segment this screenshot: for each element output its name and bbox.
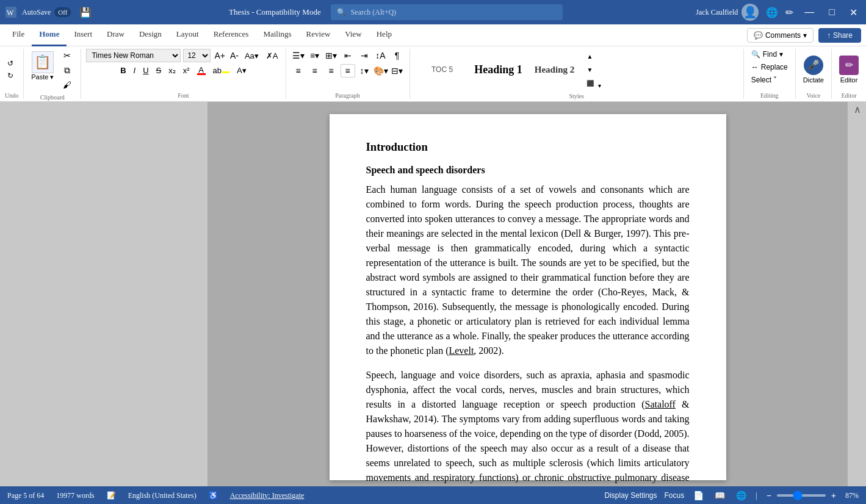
highlight-button[interactable]: ab — [211, 65, 232, 76]
close-button[interactable]: ✕ — [846, 7, 861, 18]
accessibility-label[interactable]: Accessibility: Investigate — [230, 491, 305, 500]
change-case-button[interactable]: Aa▾ — [242, 50, 261, 62]
restore-button[interactable]: □ — [825, 7, 839, 18]
sort-button[interactable]: ↕A — [373, 49, 388, 62]
tab-review[interactable]: Review — [299, 24, 338, 46]
line-spacing-button[interactable]: ↕▾ — [357, 64, 372, 77]
font-size-select[interactable]: 12 — [183, 49, 211, 62]
levelt-ref: Levelt — [449, 345, 474, 356]
tab-view[interactable]: View — [337, 24, 369, 46]
font-name-select[interactable]: Times New Roman — [86, 49, 181, 62]
zoom-slider[interactable] — [777, 494, 826, 497]
font-row1: Times New Roman 12 A+ A- Aa▾ ✗A — [86, 49, 280, 62]
copy-button[interactable]: ⧉ — [59, 63, 76, 77]
editor-group-label: Editor — [837, 90, 861, 99]
font-color-button[interactable]: A — [195, 64, 208, 76]
web-layout-button[interactable]: 🌐 — [734, 491, 748, 500]
find-chevron: ▾ — [779, 50, 783, 59]
superscript-button[interactable]: x² — [181, 65, 192, 76]
styles-scroll-down[interactable]: ▼ — [585, 63, 596, 76]
autosave-toggle[interactable]: Off — [54, 7, 71, 17]
share-button[interactable]: ↑ Share — [818, 28, 861, 43]
tab-insert[interactable]: Insert — [67, 24, 99, 46]
paste-button[interactable]: 📋 Paste ▾ — [29, 49, 56, 84]
align-right-button[interactable]: ≡ — [324, 64, 339, 77]
tab-mailings[interactable]: Mailings — [256, 24, 298, 46]
clear-format-button[interactable]: ✗A — [264, 50, 281, 62]
font-row2: B I U S x₂ x² A ab A▾ — [118, 64, 249, 76]
tab-file[interactable]: File — [5, 24, 32, 46]
multilevel-button[interactable]: ⊞▾ — [324, 49, 339, 62]
select-button[interactable]: Select ˅ — [749, 74, 790, 85]
tab-draw[interactable]: Draw — [99, 24, 132, 46]
focus-button[interactable]: Focus — [665, 491, 685, 500]
style-heading2[interactable]: Heading 2 — [527, 49, 582, 90]
page-container[interactable]: Introduction Speech and speech disorders… — [207, 102, 848, 486]
show-marks-button[interactable]: ¶ — [390, 49, 405, 62]
zoom-out-button[interactable]: − — [765, 491, 773, 500]
cut-button[interactable]: ✂ — [59, 49, 76, 62]
document-area: Introduction Speech and speech disorders… — [0, 102, 866, 486]
align-left-button[interactable]: ≡ — [291, 64, 306, 77]
print-layout-view-button[interactable]: 📄 — [691, 491, 705, 500]
paragraph-group: ☰▾ ≡▾ ⊞▾ ⇤ ⇥ ↕A ¶ ≡ ≡ ≡ ≡ ↕▾ 🎨▾ ⊟▾ — [286, 49, 410, 99]
tab-layout[interactable]: Layout — [169, 24, 206, 46]
status-right: Display Settings Focus 📄 📖 🌐 | − + 87% — [604, 491, 859, 500]
para-row2: ≡ ≡ ≡ ≡ ↕▾ 🎨▾ ⊟▾ — [291, 64, 405, 77]
styles-dialog-button[interactable]: ▾ — [598, 82, 601, 89]
editing-group: 🔍 Find ▾ ↔ Replace Select ˅ Editing — [744, 49, 796, 99]
status-bar: Page 5 of 64 19977 words 📝 English (Unit… — [0, 486, 866, 504]
save-button[interactable]: 💾 — [76, 7, 95, 18]
decrease-indent-button[interactable]: ⇤ — [341, 49, 355, 62]
justify-button[interactable]: ≡ — [341, 64, 355, 77]
font-size-increase-button[interactable]: A+ — [213, 51, 226, 60]
collapse-ribbon-button[interactable]: ∧ — [854, 104, 861, 115]
styles-scroll-up[interactable]: ▲ — [585, 50, 596, 62]
style-toc5[interactable]: TOC 5 — [415, 49, 470, 90]
strikethrough-button[interactable]: S — [154, 65, 164, 76]
undo-group: ↺ ↻ Undo — [0, 49, 24, 99]
search-bar[interactable]: 🔍 Search (Alt+Q) — [331, 4, 563, 20]
font-size-decrease-button[interactable]: A- — [229, 51, 240, 60]
find-button[interactable]: 🔍 Find ▾ — [749, 49, 790, 60]
redo-button[interactable]: ↻ — [5, 70, 16, 81]
accessibility-icon: ♿ — [209, 491, 218, 500]
heading1-label: Heading 1 — [474, 63, 522, 76]
read-mode-button[interactable]: 📖 — [713, 491, 727, 500]
replace-button[interactable]: ↔ Replace — [749, 62, 790, 73]
style-heading1[interactable]: Heading 1 — [471, 49, 526, 90]
tab-design[interactable]: Design — [132, 24, 169, 46]
styles-group: TOC 5 Heading 1 Heading 2 ▲ ▼ ⬛ ▾ Styles — [410, 49, 744, 99]
zoom-in-button[interactable]: + — [829, 491, 838, 500]
comments-button[interactable]: 💬 Comments ▾ — [747, 28, 814, 43]
increase-indent-button[interactable]: ⇥ — [357, 49, 372, 62]
tab-home[interactable]: Home — [32, 24, 67, 46]
text-effects-button[interactable]: A▾ — [234, 65, 249, 76]
tab-help[interactable]: Help — [369, 24, 399, 46]
ribbon-right-area: 💬 Comments ▾ ↑ Share — [747, 28, 861, 43]
bold-button[interactable]: B — [118, 65, 128, 76]
undo-button[interactable]: ↺ — [5, 58, 16, 69]
display-settings-button[interactable]: Display Settings — [604, 491, 657, 500]
shading-button[interactable]: 🎨▾ — [373, 64, 388, 77]
tab-references[interactable]: References — [206, 24, 256, 46]
dictate-button[interactable]: 🎤 Dictate — [801, 53, 826, 86]
ribbon-content: ↺ ↻ Undo 📋 Paste ▾ ✂ ⧉ 🖌 C — [0, 46, 866, 101]
user-avatar: 👤 — [742, 4, 759, 21]
paragraph-group-label: Paragraph — [291, 90, 405, 99]
paragraph-2: Speech, language and voice disorders, su… — [366, 368, 690, 486]
underline-button[interactable]: U — [140, 65, 151, 76]
italic-button[interactable]: I — [131, 65, 139, 76]
styles-more[interactable]: ⬛ — [585, 77, 596, 89]
subscript-button[interactable]: x₂ — [166, 65, 178, 76]
introduction-heading: Introduction — [366, 139, 690, 156]
format-painter-button[interactable]: 🖌 — [59, 78, 76, 92]
editor-button[interactable]: ✏ Editor — [837, 53, 861, 86]
align-center-button[interactable]: ≡ — [308, 64, 322, 77]
dictate-label: Dictate — [803, 76, 824, 84]
minimize-button[interactable]: — — [801, 7, 818, 18]
bullets-button[interactable]: ☰▾ — [291, 49, 306, 62]
borders-button[interactable]: ⊟▾ — [390, 64, 405, 77]
user-info: Jack Caulfield 👤 — [696, 4, 759, 21]
numbering-button[interactable]: ≡▾ — [308, 49, 322, 62]
